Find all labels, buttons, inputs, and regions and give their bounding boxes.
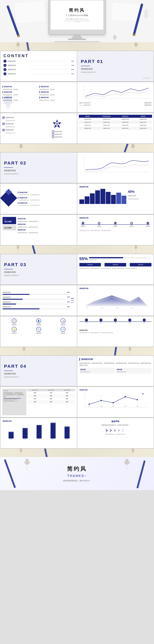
thankyou-slide: 简约风 THANKS~ 感谢您观看我的简历，期待与您合作！ <box>0 457 154 490</box>
svg-text:4.5: 4.5 <box>142 393 144 395</box>
hero-tags2: GI wl wliw elit, telum, aar aliw ulliw a… <box>64 20 90 22</box>
slides-row-9: 📋 添加内容 👤 添加内容 📊 添加内容 <box>0 316 154 347</box>
wheat-svg-2 <box>127 42 145 50</box>
pct-display-1: 40% <box>128 190 152 194</box>
part02-label: PART 02 <box>4 160 73 166</box>
pct-bar-1: 40% <box>67 292 70 294</box>
pricing-row3-col2: Career Free <box>96 124 116 127</box>
pricing-header-4: Infinity <box>134 115 152 118</box>
part02-content: 添加相关内容 <box>4 169 73 172</box>
svg-text:10%: 10% <box>131 307 133 308</box>
thankyou-desc: 感谢您观看我的简历，期待与您合作！ <box>63 480 91 482</box>
svg-text:2020: 2020 <box>112 406 115 407</box>
separator-pen-5 <box>43 449 49 457</box>
svg-rect-11 <box>6 105 10 106</box>
svg-rect-12 <box>6 106 10 107</box>
disclaimer-text: 本模板版权归原作者所有，请勿用于商业用途！ <box>79 424 152 426</box>
part03-slide: PART 03 添加相关内容 添加相关内容说明文字 <box>0 254 77 284</box>
pricing-slide: Starter Professional Business Infinity u… <box>77 113 154 144</box>
thankyou-pen-left <box>4 459 16 488</box>
mouse <box>113 35 116 40</box>
pricing-row2-col4: Career Free <box>134 121 152 124</box>
svg-point-61 <box>88 404 90 405</box>
pricing-row1-col2: unlimited free <box>96 118 116 121</box>
pricing-header-3: Business <box>116 115 134 118</box>
monitor: 简约风 个人简历Keynote模板 求职 干细胞 证件 参加暑 行情 | 20x… <box>48 0 106 42</box>
slides-row-1: CONTENT 01 添加相关内容 02 添加相关内容 03 添加相关内容 <box>0 50 154 82</box>
keyboard <box>54 41 100 42</box>
svg-text:2018: 2018 <box>88 406 90 407</box>
apple-logo:  <box>51 30 103 33</box>
price-value-2: $12,989 <box>4 226 14 229</box>
pricing-table: Starter Professional Business Infinity u… <box>79 115 152 130</box>
part04-content: 添加相关内容 <box>4 372 73 375</box>
content-item-1: 添加相关内容 <box>8 60 28 62</box>
circle-timeline-slide: 1 2018 2 2019 3 2020 4 2021 <box>77 316 154 346</box>
slides-row-7: PART 03 添加相关内容 添加相关内容说明文字 55% 添加相关内容 添加内… <box>0 254 154 285</box>
slides-row-6: 📤 $12,989 $12,989 添加相关内容 这里填写相关内容，这里填写相关… <box>0 214 154 246</box>
svg-point-64 <box>125 396 126 397</box>
pct-bars-slide: 添加相关内容 40% 添加相关内容 30% <box>0 285 77 316</box>
svg-point-63 <box>112 402 114 403</box>
dotline-chart-slide: 添加相关内容 2018 2019 2020 2021 2022 <box>77 387 154 417</box>
slides-row-3: 添加相关内容 这里填写相关内容 添加相关内容 这里填写相关内容 添加相关内容 这… <box>0 113 154 144</box>
pricing-row3-col1: Career Free <box>79 124 97 127</box>
pct-55: 55% <box>79 256 88 261</box>
mountain-chart-slide: 添加相关内容 40% <box>77 285 154 316</box>
line-chart-svg <box>79 84 152 101</box>
svg-text:2022: 2022 <box>136 406 139 407</box>
checkbox-slide: 添加相关内容 这里填写相关内容 添加相关内容 这里填写相关内容 添加相关内容 这… <box>0 113 77 144</box>
svg-text:40%: 40% <box>86 307 88 308</box>
pricing-row2-col2: Career Free <box>96 121 116 124</box>
part01-content: 添加相关内容 <box>81 68 150 70</box>
wheat-svg-1 <box>9 42 27 50</box>
part04-slide: PART 04 添加相关内容 添加相关内容说明文字 <box>0 356 77 386</box>
part04-label: PART 04 <box>4 364 73 369</box>
disclaimer-title: 版权声明 <box>79 420 152 423</box>
diamond-slide: 添加相关内容 这里填写相关内容，这里填写相关内容 添加相关内容 这里填写相关内容… <box>0 184 77 214</box>
lightbulb-slide: 添加相关内容 这里填写相关内容，这里填写 添加相关内容 这里填写相关内容，这里填… <box>0 82 77 112</box>
hero-tags3: evrel tontot <box>75 22 80 22</box>
part01-slide: PART 01 添加相关内容 添加相关内容说明文字 Simplify Map <box>77 51 154 81</box>
price-slide: 📤 $12,989 $12,989 添加相关内容 这里填写相关内容，这里填写相关… <box>0 215 77 245</box>
svg-text:30%: 30% <box>101 307 103 308</box>
slides-row-5: 添加相关内容 这里填写相关内容，这里填写相关内容 添加相关内容 这里填写相关内容… <box>0 183 154 214</box>
content-label: CONTENT <box>3 54 74 58</box>
service-table-slide: 添加说明 这里填写相关内容，这里填写相关内容，这里填写相关内容，这里填写相关内容 <box>0 387 77 417</box>
pricing-row2-col3: Career Free <box>116 121 134 124</box>
part01-label: PART 01 <box>81 59 150 64</box>
svg-text:20%: 20% <box>116 307 118 308</box>
content-list: 01 添加相关内容 02 添加相关内容 03 添加相关内容 <box>3 60 74 75</box>
slides-row-2: 添加相关内容 这里填写相关内容，这里填写 添加相关内容 这里填写相关内容，这里填… <box>0 82 154 113</box>
star-shape <box>52 119 62 129</box>
thankyou-title: 简约风 <box>67 465 87 473</box>
slides-row-8: 添加相关内容 40% 添加相关内容 30% <box>0 285 154 316</box>
slides-row-4: PART 02 添加相关内容 添加相关内容说明文字 <box>0 152 154 183</box>
pricing-row3-col4: Career Free <box>134 124 152 127</box>
svg-rect-13 <box>7 107 9 108</box>
content-slide: CONTENT 01 添加相关内容 02 添加相关内容 03 添加相关内容 <box>0 51 77 81</box>
mountain-chart-title: 添加相关内容 <box>79 288 152 290</box>
separator-band-4 <box>0 347 154 355</box>
hero-title: 简约风 <box>69 8 85 13</box>
part03-label: PART 03 <box>4 262 73 267</box>
icon-info-slide: 📋 添加内容 👤 添加内容 📊 添加内容 <box>0 316 77 346</box>
separator-band-3 <box>0 246 154 254</box>
separator-band-1 <box>0 42 154 50</box>
pricing-row4-col2: Career Free <box>96 127 116 130</box>
hero-subtitle: 个人简历Keynote模板 <box>66 14 88 17</box>
pricing-header-1: Starter <box>79 115 97 118</box>
separator-band-2 <box>0 144 154 152</box>
pricing-row3-col3: Career Free <box>116 124 134 127</box>
disclaimer-slide: 版权声明 本模板版权归原作者所有，请勿用于商业用途！ 这里填写相关内容，这里填写… <box>77 418 154 448</box>
timeline-title: 添加相关内容 <box>79 217 152 219</box>
svg-text:2021: 2021 <box>124 406 127 407</box>
3d-bars-slide: 添加相关内容 2018 2019 <box>0 418 77 448</box>
service-h1: Service 01 <box>27 389 43 391</box>
part03-content: 添加相关内容 <box>4 271 73 274</box>
curve-chart-svg <box>79 155 152 176</box>
separator-pen-3 <box>31 246 37 254</box>
pricing-row4-col3: Career Free <box>116 127 134 130</box>
hero-slide: 简约风 个人简历Keynote模板 求职 干细胞 证件 参加暑 行情 | 20x… <box>0 0 154 42</box>
process-flow-slide: 55% 添加相关内容 添加内容 → 添加内容 → 添加内容 这里填写相关内容，这… <box>77 254 154 284</box>
